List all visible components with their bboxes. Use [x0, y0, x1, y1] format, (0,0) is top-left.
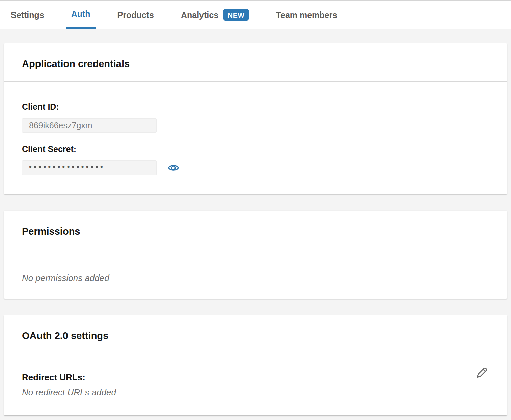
edit-redirect-urls-button[interactable] — [474, 365, 488, 380]
application-credentials-header: Application credentials — [4, 43, 507, 82]
application-credentials-body: Client ID: Client Secret: ••••••••••••••… — [4, 82, 507, 194]
tab-products[interactable]: Products — [112, 1, 159, 29]
client-secret-row: •••••••••••••••• — [22, 160, 489, 175]
client-id-input[interactable] — [22, 118, 157, 133]
tab-auth-label: Auth — [71, 9, 90, 19]
pencil-icon — [474, 376, 488, 381]
client-secret-label: Client Secret: — [22, 144, 489, 154]
tab-team-members[interactable]: Team members — [271, 1, 343, 29]
client-secret-field[interactable]: •••••••••••••••• — [22, 160, 157, 175]
app-tab-bar: Settings Auth Products Analytics NEW Tea… — [0, 1, 511, 29]
new-badge: NEW — [223, 9, 249, 21]
oauth-settings-title: OAuth 2.0 settings — [22, 330, 489, 341]
permissions-title: Permissions — [22, 226, 489, 237]
tab-settings[interactable]: Settings — [5, 1, 50, 29]
no-permissions-message: No permissions added — [22, 273, 489, 283]
no-redirect-urls-message: No redirect URLs added — [22, 387, 489, 398]
permissions-body: No permissions added — [4, 249, 507, 299]
tab-settings-label: Settings — [11, 10, 44, 20]
application-credentials-card: Application credentials Client ID: Clien… — [4, 43, 507, 194]
oauth-settings-card: OAuth 2.0 settings Redirect URLs: No red… — [4, 315, 507, 415]
auth-tab-content: Application credentials Client ID: Clien… — [0, 43, 511, 415]
tab-analytics[interactable]: Analytics NEW — [176, 1, 254, 29]
client-id-label: Client ID: — [22, 102, 489, 112]
tab-products-label: Products — [117, 10, 154, 20]
tab-analytics-label: Analytics — [181, 10, 218, 20]
reveal-secret-button[interactable] — [168, 163, 179, 173]
oauth-settings-body: Redirect URLs: No redirect URLs added — [4, 353, 507, 415]
oauth-settings-header: OAuth 2.0 settings — [4, 315, 507, 353]
permissions-header: Permissions — [4, 211, 507, 249]
redirect-urls-label: Redirect URLs: — [22, 372, 489, 383]
tab-auth[interactable]: Auth — [66, 1, 96, 29]
tab-team-members-label: Team members — [276, 10, 338, 20]
application-credentials-title: Application credentials — [22, 58, 489, 70]
eye-icon — [168, 168, 179, 174]
permissions-card: Permissions No permissions added — [4, 211, 507, 299]
